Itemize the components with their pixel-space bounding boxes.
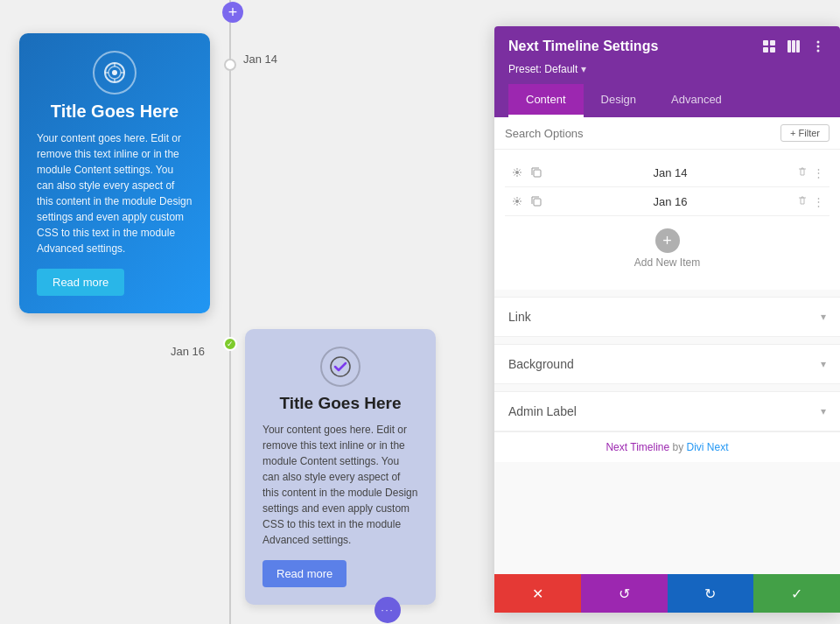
- svg-rect-9: [770, 40, 775, 46]
- svg-point-20: [515, 200, 519, 203]
- item-row-jan14: Jan 14 ⋮: [505, 158, 830, 187]
- svg-rect-8: [763, 40, 768, 46]
- accordion-background: Background ▾: [494, 344, 840, 384]
- settings-footer: Next Timeline by Divi Next: [494, 431, 840, 462]
- add-top-button[interactable]: +: [222, 2, 243, 23]
- accordion-link-chevron: ▾: [821, 311, 826, 323]
- connector-dot-jan14: [224, 59, 236, 71]
- item-jan14-date: Jan 14: [549, 166, 792, 179]
- accordion-background-label: Background: [508, 357, 574, 371]
- settings-icon-columns[interactable]: [786, 39, 802, 54]
- accordion-admin-label-chevron: ▾: [821, 405, 826, 417]
- settings-title: Next Timeline Settings: [508, 39, 658, 54]
- undo-button[interactable]: ↺: [581, 574, 668, 613]
- settings-icon-more[interactable]: [810, 39, 826, 54]
- timeline-line: [229, 0, 231, 624]
- settings-icon-portals[interactable]: [761, 39, 777, 54]
- item-row-jan16-icons: [510, 194, 543, 208]
- svg-rect-21: [534, 199, 541, 206]
- preset-label[interactable]: Preset: Default ▾: [508, 63, 826, 75]
- item-jan16-date: Jan 16: [549, 195, 792, 208]
- item-jan14-more-icon[interactable]: ⋮: [813, 166, 824, 179]
- date-label-jan16: Jan 16: [171, 345, 205, 358]
- tab-content[interactable]: Content: [508, 84, 584, 117]
- add-new-circle-button[interactable]: +: [655, 228, 680, 253]
- svg-point-16: [817, 46, 820, 48]
- accordion-link-header[interactable]: Link ▾: [494, 298, 840, 337]
- item-row-jan16: Jan 16 ⋮: [505, 187, 830, 216]
- accordion-admin-label-header[interactable]: Admin Label ▾: [494, 392, 840, 431]
- item-jan16-settings-icon[interactable]: [510, 194, 524, 208]
- add-new-label: Add New Item: [634, 256, 700, 269]
- svg-point-2: [112, 70, 117, 75]
- redo-button[interactable]: ↻: [668, 574, 754, 613]
- timeline-area: + Jan 14 Title Goes Here Your content go…: [0, 0, 472, 624]
- card-jan16: Title Goes Here Your content goes here. …: [245, 329, 436, 605]
- item-jan14-duplicate-icon[interactable]: [529, 165, 543, 179]
- accordion-admin-label: Admin Label ▾: [494, 391, 840, 431]
- settings-header-icons: [761, 39, 826, 54]
- svg-rect-12: [788, 40, 791, 53]
- svg-point-18: [515, 171, 519, 174]
- tab-design[interactable]: Design: [584, 84, 654, 117]
- card-jan14-icon: [37, 51, 192, 95]
- svg-rect-19: [534, 170, 541, 177]
- accordion-admin-label-text: Admin Label: [508, 404, 577, 418]
- settings-tabs: Content Design Advanced: [508, 84, 826, 117]
- search-input[interactable]: [505, 127, 780, 140]
- three-dots-button[interactable]: ···: [374, 597, 401, 623]
- item-jan16-delete-icon[interactable]: [797, 195, 808, 208]
- svg-point-17: [817, 50, 820, 53]
- svg-point-15: [817, 41, 820, 44]
- item-jan16-more-icon[interactable]: ⋮: [813, 195, 824, 208]
- item-jan16-duplicate-icon[interactable]: [529, 194, 543, 208]
- settings-panel: Next Timeline Settings: [494, 26, 840, 613]
- accordion-background-chevron: ▾: [821, 358, 826, 370]
- item-jan14-settings-icon[interactable]: [510, 165, 524, 179]
- svg-rect-10: [763, 47, 768, 53]
- card-jan16-content: Your content goes here. Edit or remove t…: [262, 422, 418, 548]
- accordion-link: Link ▾: [494, 297, 840, 337]
- items-list: Jan 14 ⋮: [494, 150, 840, 290]
- read-more-jan14-button[interactable]: Read more: [37, 269, 124, 296]
- search-bar: + Filter: [494, 117, 840, 150]
- settings-body: + Filter: [494, 117, 840, 574]
- settings-header: Next Timeline Settings: [494, 26, 840, 117]
- footer-author-link[interactable]: Divi Next: [687, 441, 729, 453]
- card-jan16-icon: [262, 347, 418, 387]
- card-jan14-content: Your content goes here. Edit or remove t…: [37, 130, 192, 256]
- read-more-jan16-button[interactable]: Read more: [262, 560, 346, 587]
- footer-brand-link[interactable]: Next Timeline: [606, 441, 669, 453]
- item-jan14-actions: ⋮: [797, 166, 824, 179]
- add-new-item-area: + Add New Item: [505, 216, 830, 281]
- svg-rect-14: [796, 40, 800, 53]
- item-row-jan14-icons: [510, 165, 543, 179]
- action-bar: ✕ ↺ ↻ ✓: [494, 574, 840, 613]
- preset-text: Preset: Default: [508, 63, 578, 75]
- item-jan16-actions: ⋮: [797, 195, 824, 208]
- save-button[interactable]: ✓: [753, 574, 840, 613]
- svg-rect-13: [792, 40, 795, 53]
- tab-advanced[interactable]: Advanced: [654, 84, 739, 117]
- settings-header-top: Next Timeline Settings: [508, 39, 826, 54]
- card-jan14-title: Title Goes Here: [37, 102, 192, 122]
- svg-point-7: [331, 357, 350, 376]
- cancel-button[interactable]: ✕: [494, 574, 581, 613]
- date-label-jan14: Jan 14: [243, 53, 277, 66]
- filter-button[interactable]: + Filter: [780, 124, 830, 142]
- card-jan16-title: Title Goes Here: [262, 394, 418, 413]
- card-jan14: Title Goes Here Your content goes here. …: [19, 33, 210, 313]
- connector-dot-jan16: [223, 337, 237, 351]
- svg-rect-11: [770, 47, 775, 53]
- footer-by-text: by: [673, 441, 687, 453]
- item-jan14-delete-icon[interactable]: [797, 166, 808, 179]
- accordion-link-label: Link: [508, 310, 531, 324]
- accordion-background-header[interactable]: Background ▾: [494, 345, 840, 384]
